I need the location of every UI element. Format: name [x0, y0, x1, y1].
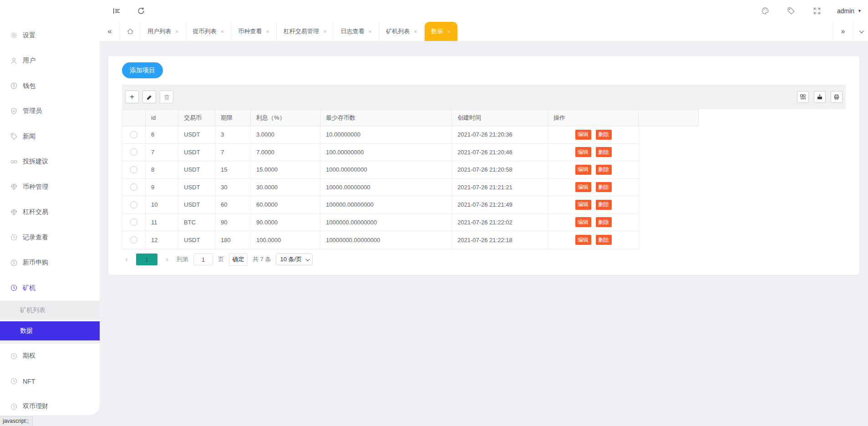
sidebar-item-币种管理[interactable]: 币种管理: [0, 174, 100, 200]
close-tab-icon[interactable]: ×: [414, 28, 417, 35]
sidebar-item-新闻[interactable]: 新闻: [0, 124, 100, 149]
tabs: 用户列表 × 提币列表 × 币种查看 × 杠杆交易管理 × 日志查看 × 矿机列…: [141, 22, 457, 41]
palette-icon[interactable]: [761, 7, 769, 15]
tabs-menu-button[interactable]: [853, 22, 868, 41]
sidebar-item-钱包[interactable]: 钱包: [0, 73, 100, 99]
export-button[interactable]: [814, 91, 826, 103]
tabs-scroll-left-button[interactable]: «: [100, 22, 120, 41]
row-radio[interactable]: [130, 218, 137, 226]
row-actions: 编辑 删除: [548, 214, 639, 231]
add-row-button[interactable]: +: [125, 91, 139, 103]
sidebar-item-label: 投拆建议: [23, 157, 48, 166]
refresh-icon[interactable]: [137, 7, 145, 15]
sidebar-item-新币申购[interactable]: 新币申购: [0, 250, 100, 276]
sidebar-item-label: 钱包: [23, 82, 36, 90]
edit-button[interactable]: 编辑: [575, 165, 591, 175]
row-select-cell: [122, 126, 146, 143]
tab-数据[interactable]: 数据 ×: [425, 22, 458, 41]
sidebar-item-用户[interactable]: 用户: [0, 48, 100, 74]
table-row: 6 USDT 3 3.0000 10.00000000 2021-07-26 2…: [122, 126, 639, 144]
table-header: id 交易币 期限 利息（%） 最少存币数 创建时间 操作: [122, 109, 699, 126]
shield-icon: [10, 107, 18, 115]
delete-button[interactable]: 删除: [596, 200, 612, 210]
sidebar-item-设置[interactable]: 设置: [0, 23, 100, 48]
row-created: 2021-07-26 21:20:36: [452, 126, 548, 143]
close-tab-icon[interactable]: ×: [368, 28, 372, 35]
delete-button[interactable]: 删除: [596, 130, 612, 140]
total-count: 共 7 条: [253, 255, 271, 264]
delete-row-button[interactable]: [160, 91, 173, 103]
trash-icon: [163, 94, 170, 101]
edit-button[interactable]: 编辑: [575, 200, 591, 210]
edit-row-button[interactable]: [142, 91, 156, 103]
goto-page-input[interactable]: [193, 254, 213, 265]
prev-page-button[interactable]: ‹: [122, 255, 131, 264]
fullscreen-icon[interactable]: [813, 7, 821, 15]
edit-button[interactable]: 编辑: [575, 130, 591, 140]
print-icon: [833, 94, 840, 100]
tab-label: 提币列表: [193, 27, 217, 36]
top-bar: 内容管理系统 admin ▼: [0, 0, 868, 22]
sidebar-item-记录查看[interactable]: 记录查看: [0, 225, 100, 250]
row-interest: 90.0000: [251, 214, 320, 231]
chevron-double-right-icon: »: [841, 27, 845, 36]
sidebar-item-双币理财[interactable]: 双币理财: [0, 394, 100, 416]
row-radio[interactable]: [130, 183, 137, 191]
sidebar-item-杠杆交易[interactable]: 杠杆交易: [0, 200, 100, 225]
sidebar-subitem-矿机列表[interactable]: 矿机列表: [0, 301, 100, 320]
delete-button[interactable]: 删除: [596, 165, 612, 175]
edit-button[interactable]: 编辑: [575, 182, 591, 192]
sidebar-item-期权[interactable]: 期权: [0, 344, 100, 369]
delete-button[interactable]: 删除: [596, 235, 612, 245]
delete-button[interactable]: 删除: [596, 217, 612, 227]
print-button[interactable]: [831, 91, 843, 103]
tab-日志查看[interactable]: 日志查看 ×: [334, 22, 379, 41]
tabs-scroll-right-button[interactable]: »: [832, 22, 853, 41]
tab-矿机列表[interactable]: 矿机列表 ×: [379, 22, 425, 41]
price-tag-icon[interactable]: [787, 7, 795, 15]
tab-label: 矿机列表: [386, 27, 410, 36]
header-interest: 利息（%）: [251, 110, 320, 126]
row-min-deposit: 10.00000000: [320, 126, 452, 143]
home-tab-button[interactable]: [120, 22, 141, 41]
infinity-icon: [10, 158, 18, 166]
row-radio[interactable]: [130, 201, 137, 208]
columns-toggle-button[interactable]: [797, 91, 809, 103]
sidebar-item-NFT[interactable]: NFT: [0, 369, 100, 394]
add-item-button[interactable]: 添加项目: [122, 62, 163, 78]
delete-button[interactable]: 删除: [596, 147, 612, 157]
edit-button[interactable]: 编辑: [575, 217, 591, 227]
confirm-page-button[interactable]: 确定: [229, 254, 248, 266]
next-page-button[interactable]: ›: [162, 255, 172, 264]
row-min-deposit: 1000000.00000000: [320, 214, 452, 231]
tab-币种查看[interactable]: 币种查看 ×: [231, 22, 277, 41]
row-radio[interactable]: [130, 236, 137, 243]
row-min-deposit: 1000.00000000: [320, 161, 452, 178]
sidebar-subitem-数据[interactable]: 数据: [0, 321, 100, 340]
row-radio[interactable]: [130, 166, 137, 173]
row-radio[interactable]: [130, 148, 137, 156]
close-tab-icon[interactable]: ×: [266, 28, 269, 35]
page-size-select[interactable]: 10 条/页: [276, 254, 313, 265]
edit-button[interactable]: 编辑: [575, 147, 591, 157]
close-tab-icon[interactable]: ×: [175, 28, 179, 35]
sidebar-item-管理员[interactable]: 管理员: [0, 99, 100, 124]
sidebar-item-label: 双币理财: [23, 402, 48, 411]
delete-button[interactable]: 删除: [596, 182, 612, 192]
sidebar-item-label: 用户: [23, 56, 36, 65]
username: admin: [837, 7, 854, 15]
edit-button[interactable]: 编辑: [575, 235, 591, 245]
close-tab-icon[interactable]: ×: [221, 28, 224, 35]
close-tab-icon[interactable]: ×: [323, 28, 327, 35]
tab-用户列表[interactable]: 用户列表 ×: [141, 22, 186, 41]
sidebar-item-矿机[interactable]: 矿机: [0, 275, 100, 301]
sidebar-item-投拆建议[interactable]: 投拆建议: [0, 149, 100, 175]
user-menu[interactable]: admin ▼: [837, 7, 862, 15]
tab-提币列表[interactable]: 提币列表 ×: [186, 22, 232, 41]
menu-fold-icon[interactable]: [112, 7, 121, 15]
tab-label: 数据: [431, 27, 443, 36]
row-radio[interactable]: [130, 131, 137, 138]
tab-杠杆交易管理[interactable]: 杠杆交易管理 ×: [277, 22, 334, 41]
row-created: 2021-07-26 21:20:46: [452, 144, 548, 161]
close-tab-icon[interactable]: ×: [447, 28, 451, 35]
